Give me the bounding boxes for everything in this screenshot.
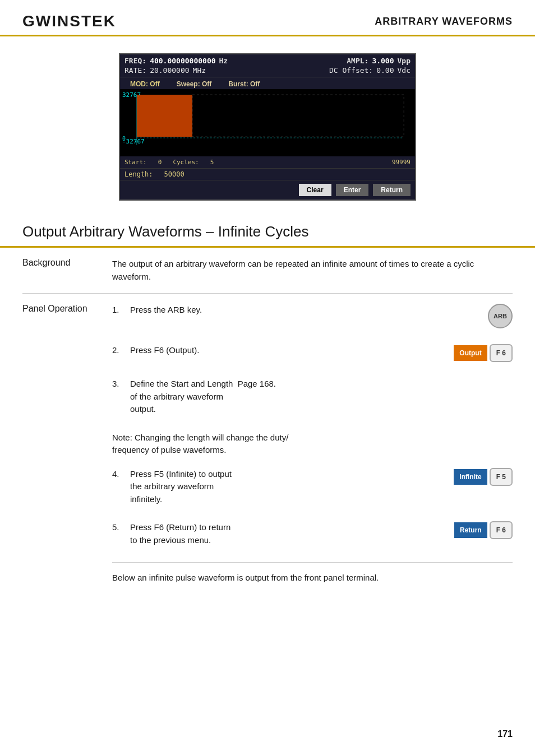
step-5: 5. Press F6 (Return) to returnto the pre… xyxy=(112,521,513,546)
step-1-text: Press the ARB key. xyxy=(130,304,479,317)
rate-unit: MHz xyxy=(193,66,206,75)
return-button[interactable]: Return xyxy=(373,184,411,196)
start-value: 0 xyxy=(158,159,162,166)
screen-length-row: Length: 50000 xyxy=(120,168,415,180)
freq-row: FREQ: 400.00000000000 Hz AMPL: 3.000 Vpp xyxy=(124,57,411,65)
waveform-svg: 0 xyxy=(120,89,415,156)
step-1-key: ARB xyxy=(488,304,513,328)
content-table: Background The output of an arbitrary wa… xyxy=(0,248,535,585)
screen-info-rows: FREQ: 400.00000000000 Hz AMPL: 3.000 Vpp… xyxy=(120,54,415,77)
dc-value: 0.00 xyxy=(376,66,394,75)
step-4-text: Press F5 (Infinite) to outputthe arbitra… xyxy=(130,468,445,506)
logo-instek: INSTEK xyxy=(52,12,116,30)
step-4-key: Infinite F 5 xyxy=(454,468,513,486)
section-title-area: Output Arbitrary Waveforms – Infinite Cy… xyxy=(0,212,535,248)
length-value: 50000 xyxy=(164,170,185,178)
return-key: Return xyxy=(454,522,487,538)
step-1: 1. Press the ARB key. ARB xyxy=(112,304,513,328)
cycles-value: 5 xyxy=(210,159,214,166)
footer-text: Below an infinite pulse waveform is outp… xyxy=(112,565,513,585)
f5-key: F 5 xyxy=(490,468,513,486)
step-2-number: 2. xyxy=(112,344,130,357)
footer-row: Below an infinite pulse waveform is outp… xyxy=(112,562,513,585)
rate-value: 20.000000 xyxy=(150,66,189,75)
length-label: Length: xyxy=(124,170,153,178)
step-1-number: 1. xyxy=(112,304,130,317)
step-4: 4. Press F5 (Infinite) to outputthe arbi… xyxy=(112,468,513,506)
freq-label: FREQ: xyxy=(124,57,146,65)
panel-operation-row: Panel Operation 1. Press the ARB key. AR… xyxy=(22,294,513,585)
step-5-text: Press F6 (Return) to returnto the previo… xyxy=(130,521,445,546)
svg-text:0: 0 xyxy=(122,136,126,142)
step-2-key: Output F 6 xyxy=(454,344,513,362)
background-label: Background xyxy=(22,258,112,268)
cycles-label: Cycles: xyxy=(173,159,199,166)
tab-sweep[interactable]: Sweep: Off xyxy=(171,79,218,89)
tab-mod[interactable]: MOD: Off xyxy=(124,79,165,89)
infinite-key: Infinite xyxy=(454,469,487,485)
section-title: Output Arbitrary Waveforms – Infinite Cy… xyxy=(22,223,513,240)
f6-key-output: F 6 xyxy=(490,344,513,362)
svg-rect-0 xyxy=(137,95,192,137)
page-number: 171 xyxy=(497,729,513,739)
rate-label: RATE: xyxy=(124,66,146,75)
screen-container: FREQ: 400.00000000000 Hz AMPL: 3.000 Vpp… xyxy=(0,36,535,212)
logo-gw: GW xyxy=(22,12,52,30)
output-key: Output xyxy=(454,345,487,361)
freq-value: 400.00000000000 xyxy=(150,57,215,65)
step-3-text: Define the Start and Length Page 168. of… xyxy=(130,378,513,416)
screen-tabs: MOD: Off Sweep: Off Burst: Off xyxy=(120,77,415,89)
step-4-number: 4. xyxy=(112,468,130,481)
company-logo: GWINSTEK xyxy=(22,12,116,30)
svg-rect-1 xyxy=(192,95,404,137)
page-title: ARBITRARY WAVEFORMS xyxy=(375,12,513,27)
freq-unit: Hz xyxy=(219,57,228,65)
waveform-display: 32767 -32767 0 xyxy=(120,89,415,156)
right-value: 99999 xyxy=(392,159,411,166)
dc-label: DC Offset: xyxy=(329,66,373,75)
arb-key: ARB xyxy=(488,304,513,328)
ampl-value: 3.000 xyxy=(372,57,394,65)
step-3-number: 3. xyxy=(112,378,130,391)
screen-bottom-info: Start: 0 Cycles: 5 99999 xyxy=(120,156,415,168)
dc-unit: Vdc xyxy=(398,66,411,75)
step-2: 2. Press F6 (Output). Output F 6 xyxy=(112,344,513,362)
step-2-text: Press F6 (Output). xyxy=(130,344,445,357)
enter-button[interactable]: Enter xyxy=(336,184,369,196)
panel-operation-content: 1. Press the ARB key. ARB 2. Press F6 (O… xyxy=(112,304,513,585)
screen-action-buttons: Clear Enter Return xyxy=(120,180,415,200)
device-screen: FREQ: 400.00000000000 Hz AMPL: 3.000 Vpp… xyxy=(119,53,416,201)
page-header: GWINSTEK ARBITRARY WAVEFORMS xyxy=(0,0,535,36)
panel-operation-label: Panel Operation xyxy=(22,304,112,314)
rate-row: RATE: 20.000000 MHz DC Offset: 0.00 Vdc xyxy=(124,66,411,75)
step-5-number: 5. xyxy=(112,521,130,534)
start-label: Start: xyxy=(124,159,147,166)
note-text: Note: Changing the length will change th… xyxy=(112,432,513,457)
background-row: Background The output of an arbitrary wa… xyxy=(22,248,513,294)
step-3: 3. Define the Start and Length Page 168.… xyxy=(112,378,513,416)
ampl-label: AMPL: xyxy=(347,57,368,65)
f6-key-return: F 6 xyxy=(490,521,513,539)
tab-burst[interactable]: Burst: Off xyxy=(223,79,265,89)
background-text: The output of an arbitrary waveform can … xyxy=(112,258,513,283)
ampl-unit: Vpp xyxy=(398,57,411,65)
step-5-key: Return F 6 xyxy=(454,521,513,539)
clear-button[interactable]: Clear xyxy=(299,184,331,196)
